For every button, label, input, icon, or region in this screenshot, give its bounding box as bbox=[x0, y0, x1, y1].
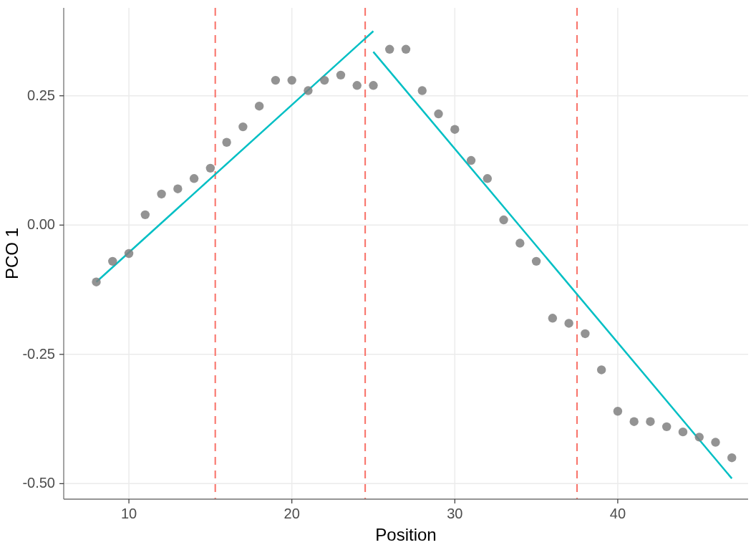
data-point bbox=[402, 45, 410, 54]
x-tick-label: 10 bbox=[121, 506, 137, 521]
x-tick-label: 40 bbox=[610, 506, 626, 521]
data-point bbox=[190, 174, 198, 183]
data-point bbox=[157, 190, 165, 198]
scatter-plot: 10203040-0.50-0.250.000.25PositionPCO 1 bbox=[0, 0, 756, 550]
data-point bbox=[271, 76, 280, 85]
data-point bbox=[597, 365, 606, 374]
data-point bbox=[629, 417, 638, 425]
data-point bbox=[548, 314, 557, 322]
data-point bbox=[336, 71, 345, 79]
data-point bbox=[727, 453, 736, 462]
data-point bbox=[450, 125, 459, 133]
data-point bbox=[173, 185, 182, 193]
data-point bbox=[304, 86, 312, 95]
data-point bbox=[255, 102, 263, 110]
x-tick-label: 20 bbox=[284, 506, 300, 521]
data-point bbox=[695, 433, 704, 441]
plot-background bbox=[64, 8, 748, 499]
data-point bbox=[206, 164, 215, 173]
data-point bbox=[141, 211, 150, 219]
data-point bbox=[108, 257, 117, 266]
data-point bbox=[320, 76, 329, 85]
data-point bbox=[711, 438, 719, 446]
y-tick-label: -0.25 bbox=[22, 346, 55, 362]
data-point bbox=[515, 238, 524, 247]
data-point bbox=[581, 329, 589, 338]
x-tick-label: 30 bbox=[447, 506, 462, 521]
data-point bbox=[369, 81, 377, 90]
x-axis-title: Position bbox=[375, 525, 436, 544]
data-point bbox=[353, 81, 362, 90]
data-point bbox=[646, 417, 654, 425]
data-point bbox=[662, 423, 671, 431]
y-tick-label: 0.00 bbox=[27, 216, 55, 232]
data-point bbox=[238, 122, 247, 131]
data-point bbox=[679, 428, 687, 436]
data-point bbox=[434, 110, 442, 118]
data-point bbox=[467, 156, 475, 165]
data-point bbox=[499, 216, 508, 224]
chart-container: 10203040-0.50-0.250.000.25PositionPCO 1 bbox=[0, 0, 756, 550]
y-tick-label: 0.25 bbox=[27, 87, 55, 103]
data-point bbox=[532, 257, 541, 266]
y-axis-title: PCO 1 bbox=[2, 228, 21, 279]
data-point bbox=[125, 249, 133, 258]
data-point bbox=[483, 174, 492, 183]
data-point bbox=[222, 138, 231, 147]
data-point bbox=[614, 407, 622, 415]
data-point bbox=[287, 76, 296, 85]
y-tick-label: -0.50 bbox=[22, 475, 55, 491]
data-point bbox=[385, 45, 394, 54]
data-point bbox=[418, 86, 427, 95]
data-point bbox=[564, 319, 573, 327]
data-point bbox=[92, 278, 100, 286]
